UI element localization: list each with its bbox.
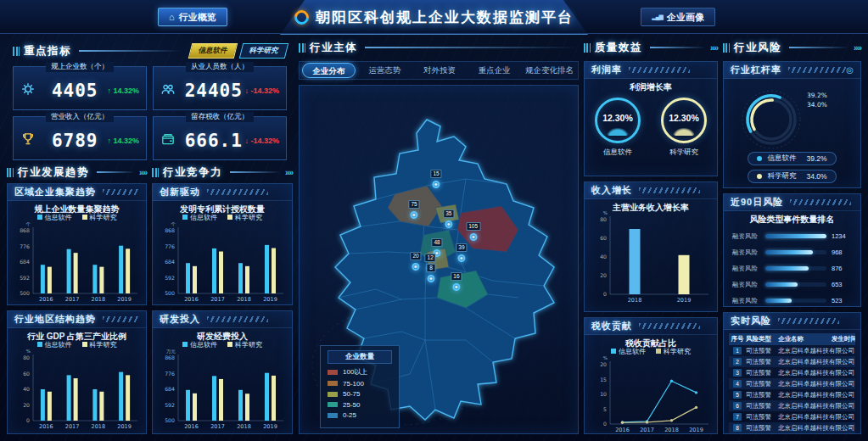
svg-text:868: 868 (165, 354, 175, 360)
svg-text:2019: 2019 (263, 423, 277, 430)
marker-dot-icon (412, 263, 420, 271)
tab-2[interactable]: 对外投资 (414, 63, 466, 78)
risk-bar-row-3[interactable]: 融资风险 653 (732, 276, 852, 293)
map-tabs: 企业分布运营态势对外投资重点企业规企变化排名 (299, 61, 579, 80)
svg-text:5: 5 (603, 406, 607, 412)
tab-4[interactable]: 规企变化排名 (524, 63, 575, 78)
info-icon[interactable]: ◎ (846, 65, 854, 75)
section-marker-icon (13, 47, 20, 56)
map-marker-8[interactable]: 8 (427, 258, 436, 282)
svg-text:0: 0 (26, 417, 30, 423)
risk-bar-row-1[interactable]: 融资风险 968 (732, 244, 852, 260)
occur-time: 03-16 (854, 424, 855, 432)
page-title: 朝阳区科创规上企业大数据监测平台 (316, 8, 574, 27)
svg-text:40: 40 (600, 254, 607, 260)
table-row[interactable]: 2 司法预警 北京启科卓越科技有限公司 03-16 (729, 356, 855, 367)
expand-icon[interactable]: »» (854, 43, 861, 53)
panel-region-structure: 行业地区结构趋势 行业 GDP 占第三产业比例 信息软件科学研究%0204060… (7, 310, 147, 434)
svg-text:500: 500 (20, 290, 30, 296)
section-header-quality: 质量效益 »» (584, 40, 718, 55)
chart-title: 发明专利累计授权数量 (153, 201, 292, 213)
company-name: 北京启科卓越科技有限公司 (778, 347, 854, 355)
table-row[interactable]: 6 司法预警 北京启科卓越科技有限公司 03-16 (729, 400, 855, 411)
svg-text:60: 60 (23, 371, 30, 377)
svg-text:500: 500 (165, 417, 175, 423)
company-name: 北京启科卓越科技有限公司 (778, 369, 854, 377)
svg-text:2019: 2019 (117, 296, 132, 303)
marker-dot-icon (469, 233, 477, 241)
tag-sci-research[interactable]: 科学研究 (239, 43, 288, 59)
svg-text:2017: 2017 (640, 427, 654, 433)
map-marker-75[interactable]: 75 (409, 194, 420, 219)
table-row[interactable]: 4 司法预警 北京启科卓越科技有限公司 03-16 (729, 378, 855, 389)
svg-text:34.0%: 34.0% (807, 101, 827, 109)
chart-title: 研发经费投入 (153, 328, 292, 340)
map-marker-16[interactable]: 16 (451, 266, 462, 291)
legend-item: 信息软件 (182, 213, 217, 222)
table-row[interactable]: 8 司法预警 北京启科卓越科技有限公司 03-16 (729, 422, 855, 433)
svg-text:2016: 2016 (39, 296, 53, 303)
section-header-trend: 行业发展趋势 »» (7, 165, 147, 180)
row-seq-badge: 6 (733, 402, 742, 410)
table-row[interactable]: 7 司法预警 北京启科卓越科技有限公司 03-16 (729, 411, 855, 422)
svg-text:个: 个 (26, 222, 31, 226)
occur-time: 03-16 (854, 358, 855, 366)
panel-title: 收入增长 (591, 184, 632, 197)
tag-info-software[interactable]: 信息软件 (188, 43, 238, 59)
table-row[interactable]: 5 司法预警 北京启科卓越科技有限公司 03-16 (729, 389, 855, 400)
marker-dot-icon (433, 181, 440, 188)
risk-bar-row-0[interactable]: 融资风险 1234 (732, 228, 852, 244)
occur-time: 03-16 (854, 391, 855, 399)
kpi-card-1[interactable]: 从业人员数（人） 24405 ↓ -14.32% (153, 66, 287, 110)
map-marker-105[interactable]: 105 (466, 216, 480, 241)
kpi-card-0[interactable]: 规上企业数（个） 4405 ↑ 14.32% (13, 66, 147, 110)
section-title-trend: 行业发展趋势 (18, 165, 89, 180)
svg-text:776: 776 (165, 243, 175, 249)
map-marker-39[interactable]: 39 (456, 237, 467, 262)
svg-text:2018: 2018 (92, 296, 106, 303)
svg-text:%: % (603, 356, 608, 360)
panel-rnd: 研发投入 研发经费投入 信息软件科学研究万元500592684776868201… (152, 310, 293, 434)
risk-bar-row-4[interactable]: 融资风险 523 (732, 293, 852, 309)
occur-time: 03-16 (854, 413, 855, 421)
tax-share-line-chart: %051015202016201720182019 (588, 356, 714, 438)
map-marker-15[interactable]: 15 (430, 164, 441, 188)
table-row[interactable]: 1 司法预警 北京启科卓越科技有限公司 03-16 (729, 345, 855, 356)
expand-icon[interactable]: »» (139, 168, 147, 177)
map-legend-item: 100以上 (328, 367, 392, 377)
legend-item: 信息软件 (611, 347, 646, 356)
map-legend-title: 企业数量 (328, 350, 392, 364)
map-marker-20[interactable]: 20 (410, 246, 421, 271)
kpi-value: 666.1 (182, 131, 244, 151)
gauge-label: 科学研究 (661, 148, 707, 158)
rnd-bar-chart: 万元5005926847768682016201720182019 (156, 349, 288, 434)
map-panel: 15753510548392012816 企业数量 100以上75-10050-… (299, 85, 579, 434)
legend-item: 科学研究 (227, 213, 262, 222)
risk-bar-row-2[interactable]: 融资风险 876 (732, 260, 852, 276)
tab-1[interactable]: 运营态势 (359, 63, 411, 78)
risk-bar-track (765, 234, 826, 238)
table-row[interactable]: 3 司法预警 北京启科卓越科技有限公司 03-16 (729, 367, 855, 378)
kpi-card-3[interactable]: 留存税收（亿元） 666.1 ↓ -14.32% (153, 116, 287, 160)
tab-0[interactable]: 企业分布 (302, 63, 356, 78)
svg-text:%: % (603, 211, 608, 215)
kpi-title: 留存税收（亿元） (186, 112, 254, 122)
expand-icon[interactable]: »» (285, 168, 293, 177)
nav-enterprise-portrait[interactable]: ▂▄▆ 企业画像 (641, 8, 715, 26)
chart-title: 行业 GDP 占第三产业比例 (8, 328, 146, 340)
panel-title: 行业杠杆率 (731, 64, 781, 76)
gauge-label: 信息软件 (595, 148, 641, 158)
legend-item: 科学研究 (82, 213, 117, 222)
dashboard: ⌂ 行业概览 朝阳区科创规上企业大数据监测平台 ▂▄▆ 企业画像 重点指标 信息… (0, 0, 868, 441)
expand-icon[interactable]: »» (710, 43, 718, 53)
tab-3[interactable]: 重点企业 (468, 63, 520, 78)
svg-text:684: 684 (20, 259, 30, 265)
people-icon (160, 81, 177, 100)
map-marker-35[interactable]: 35 (443, 204, 454, 228)
platform-logo-icon (292, 7, 312, 27)
kpi-delta: ↑ 14.32% (107, 87, 139, 95)
gauge-ring: 12.30% (661, 98, 707, 143)
risk-bar-label: 融资风险 (732, 297, 760, 305)
occur-time: 03-16 (854, 380, 855, 388)
kpi-card-2[interactable]: 营业收入（亿元） 6789 ↑ 14.32% (13, 116, 147, 160)
